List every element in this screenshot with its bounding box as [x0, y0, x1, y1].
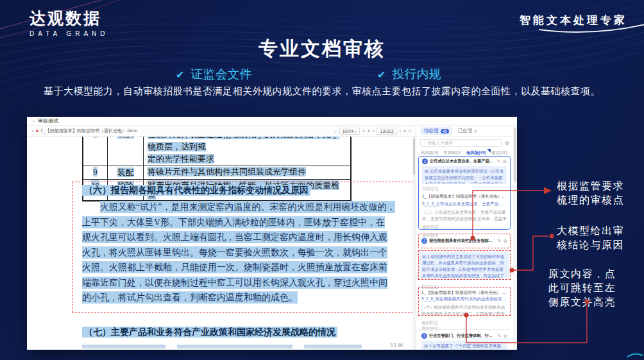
edit-icon[interactable]: ✎	[497, 238, 501, 244]
audit-point-title: 报告期各期具有代表性的业务指标变动情况及原因	[429, 238, 495, 244]
risk-filter-tabs: 高风险(0) 中风险(0) 低风险(40) 通过(22)	[421, 150, 509, 156]
card-number-badge: 1	[422, 159, 428, 164]
zoom-level: 100%	[343, 129, 354, 133]
audit-result-box: ▤1.公司披露了《“十四五”智能制造发展规划》（国...	[421, 341, 507, 350]
audit-card-2-header[interactable]: 2 报告期各期具有代表性的业务指标变动情况及原因 ✎⊘	[418, 234, 511, 248]
panel-divider	[418, 329, 511, 330]
bullet-label: 证监会文件	[191, 66, 251, 83]
audit-result-box: ▤1.该招股书内容主要描述了火照的制作和使用过程，并未提及具有代表性的业务指标，…	[419, 252, 509, 279]
zoom-level-select[interactable]: 100% ▾	[339, 128, 360, 135]
audit-card-3[interactable]: 3 行业主管部门、行业监管体制、行业主要法律法... ✎⊘ ▤1.公司披露了《“…	[418, 331, 511, 350]
document-name: 1_【脱敏用版本】招股说明书（通长光电）.docx	[40, 128, 137, 134]
rule-judgement-label: 规则判定	[422, 225, 507, 230]
table-cell-name: 镀膜	[117, 137, 134, 139]
annotation-source-jump: 原文内容，点 此可跳转至左 侧原文并高亮	[548, 267, 616, 309]
menu-icon[interactable]: »	[31, 129, 34, 133]
doc-status-dot	[36, 130, 38, 132]
zoom-out-button[interactable]: −	[334, 129, 337, 133]
doc-icon: ▤	[425, 169, 428, 173]
arrowhead-icon	[544, 187, 552, 194]
page-indicator[interactable]: 13/222	[377, 128, 396, 135]
app-toolbar: » 1_【脱敏用版本】招股说明书（通长光电）.docx − 100% ▾ + «…	[27, 126, 416, 137]
source-section-link[interactable]: 5_1_3_公司成立以来主营业务、主要产品或服务、主要经...	[422, 201, 507, 207]
table-row: 9 装配 将镜片元件与其他构件共同组装成光学组件	[83, 166, 350, 179]
paragraph-line: 火孔，将火照从匣钵里钩出。每烧一窑要验火照数次，每验一次，就钩出一个	[82, 245, 406, 261]
first-page-button[interactable]: «	[368, 129, 370, 133]
section6-paragraph[interactable]: 火照又称“试片”，是用来测定窑内温度的。宋窑的火照是利用碗坯改做的， 上平下尖，…	[82, 200, 406, 305]
audit-card-1[interactable]: 1 公司成立以来主营业务、主要产品或服务、主要... ✎⊘ ▤公司未披露主营业务…	[418, 156, 511, 230]
source-excerpt[interactable]: （六）报告期各期具有代表性的业务指标变动情况及原因 火照又称“试片”，是用来测定…	[421, 304, 507, 316]
source-doc-name[interactable]: 1_【脱敏用版本】招股说明书（通长光电）.docx	[422, 194, 507, 200]
bullet-csrc-files: ✔ 证监会文件	[176, 66, 251, 83]
tab-processed[interactable]: 已处理 0	[458, 128, 477, 134]
app-titlebar: ‹ 审核测试	[27, 117, 517, 126]
source-section-link[interactable]: 5_1_6_报告期各期具有代表性的业务指标变动情况及原因	[421, 296, 507, 302]
filter-low-risk[interactable]: 低风险(40)	[466, 150, 486, 156]
table-cell-desc: 在镜片元件表面通过物理或化学的方法沉积若干光学物质层，达到规	[148, 137, 339, 151]
filter-icon[interactable]: ⚙	[505, 141, 509, 146]
search-input[interactable]: ⌕ 请输入关键词	[420, 139, 502, 147]
section7-heading: （七）主要产品和业务符合产业政策和国家经济发展战略的情况	[82, 327, 337, 338]
bullet-bank-rules: ✔ 投行内规	[377, 66, 441, 83]
search-placeholder: 请输入关键词	[428, 141, 453, 146]
zoom-in-button[interactable]: +	[362, 129, 365, 133]
annotation-llm-conclusion: 大模型给出审 核结论与原因	[557, 224, 624, 252]
audit-point-title: 公司成立以来主营业务、主要产品或服务、主要...	[430, 159, 495, 164]
pending-count-badge: 45	[441, 129, 449, 133]
table-cell-num: 8	[93, 137, 97, 138]
paragraph-line: 端靠近窑门处，以便在烧制过程中窑工可以用长钩深入观火孔，穿过火照中间	[82, 275, 406, 291]
audit-card-header: 3 行业主管部门、行业监管体制、行业主要法律法... ✎⊘	[421, 333, 507, 339]
doc-icon: ▤	[424, 343, 428, 348]
table-cell-num: 9	[93, 167, 97, 176]
exclude-icon[interactable]: ⊘	[503, 159, 507, 164]
table-cell-name: 装配	[117, 167, 134, 177]
source-text-red-dashed-box[interactable]: 1_【脱敏用版本】招股说明书（通长光电）.docx 5_1_6_报告期各期具有代…	[418, 287, 511, 316]
filter-high-risk[interactable]: 高风险(0)	[421, 150, 438, 156]
rule-judgement-label: 规则判定	[421, 320, 438, 326]
filter-mid-risk[interactable]: 中风险(0)	[443, 150, 461, 156]
info-location-label: 信息定位	[422, 186, 507, 192]
brand-logo: 达观数据 DATA GRAND	[30, 8, 109, 37]
paragraph-line: 观火孔里可以看到。火照上端有圆孔，当窑工测定窑内温度时，用长钩伸入观	[82, 230, 406, 245]
check-icon: ✔	[377, 69, 386, 81]
card-number-badge: 2	[421, 238, 427, 244]
card-number-badge: 3	[421, 333, 427, 339]
exclude-icon[interactable]: ⊘	[504, 333, 507, 339]
prev-page-button[interactable]: ‹	[373, 129, 374, 133]
edit-icon[interactable]: ✎	[496, 159, 500, 164]
annotation-audit-points: 根据监管要求 梳理的审核点	[557, 179, 624, 207]
panel-search-row: ⌕ 请输入关键词 ⚙	[420, 139, 509, 147]
source-doc-name[interactable]: 1_【脱敏用版本】招股说明书（通长光电）.docx	[421, 290, 507, 296]
document-viewer[interactable]: 8 镀膜 在镜片元件表面通过物理或化学的方法沉积若干光学物质层，达到规 定的光学…	[27, 137, 416, 350]
filter-passed[interactable]: 通过(22)	[491, 150, 507, 156]
edit-icon[interactable]: ✎	[497, 333, 501, 339]
exclude-icon[interactable]: ⊘	[504, 238, 507, 244]
source-excerpt[interactable]: （三）公司成立以来主营业务、主要产品或服务、主要经营模式的演变情况 近年来，受益…	[422, 209, 507, 222]
search-icon[interactable]: ⌕	[409, 128, 411, 133]
audit-card-header: 1 公司成立以来主营业务、主要产品或服务、主要... ✎⊘	[422, 159, 507, 164]
bullet-label: 投行内规	[392, 66, 441, 83]
check-icon: ✔	[176, 69, 184, 81]
paragraph-line: 上平下尖，大体呈V形。下部尖端插入满砂粒的匣钵内，匣钵放于窑膛中，在	[82, 215, 406, 230]
brand-logo-cn: 达观数据	[30, 8, 109, 29]
tab-pending[interactable]: 待处理 45	[421, 127, 452, 135]
panel-scrollbar[interactable]	[513, 126, 517, 350]
app-title: 审核测试	[38, 117, 58, 124]
next-page-button[interactable]: ›	[400, 129, 401, 133]
review-panel: 待处理 45 已处理 0 ⌕ 请输入关键词 ⚙ 高风险(0) 中风险(0) 低风…	[416, 126, 513, 350]
back-icon[interactable]: ‹	[33, 118, 35, 124]
search-icon: ⌕	[423, 141, 426, 146]
audit-point-title: 行业主管部门、行业监管体制、行业主要法律法...	[429, 333, 495, 339]
app-screenshot: ‹ 审核测试 » 1_【脱敏用版本】招股说明书（通长光电）.docx − 100…	[27, 117, 517, 350]
grid-icon: ▤	[398, 342, 403, 348]
last-page-button[interactable]: »	[403, 129, 406, 133]
audit-result-red-dashed-box: ▤1.该招股书内容主要描述了火照的制作和使用过程，并未提及具有代表性的业务指标，…	[418, 250, 511, 280]
page-footer: 13 ▤	[391, 342, 403, 348]
processed-count: 0	[474, 129, 477, 133]
brand-tagline: 智能文本处理专家	[520, 13, 627, 28]
doc-icon: ▤	[422, 254, 426, 259]
page-title: 专业文档审核	[0, 36, 644, 62]
audit-result-box: ▤公司未披露主营业务的演变情况（公司未披露主营业务的模式化程度）；公司未披露主营…	[422, 166, 507, 184]
table-cell-desc: 将镜片元件与其他构件共同组装成光学组件	[148, 167, 306, 176]
chevron-down-icon: ▾	[355, 130, 357, 133]
